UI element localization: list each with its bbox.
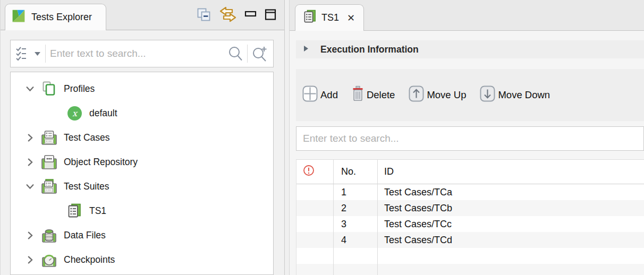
table-row-empty xyxy=(296,248,644,264)
row-id-cell: Test Cases/TCd xyxy=(378,232,644,248)
move-up-button[interactable]: Move Up xyxy=(409,85,466,105)
katalon-logo-icon xyxy=(12,9,26,25)
arrow-up-icon xyxy=(409,85,424,105)
row-warning-cell xyxy=(296,232,334,248)
tree-item-label: Checkpoints xyxy=(64,254,115,265)
test-suite-file-icon xyxy=(304,10,316,26)
left-panel-body: Profiles x default xyxy=(1,30,284,275)
row-no-cell: 2 xyxy=(334,200,378,216)
row-warning-cell xyxy=(296,200,334,216)
divider xyxy=(247,45,248,63)
trash-icon xyxy=(352,85,364,105)
tree-item-profiles[interactable]: Profiles xyxy=(11,76,273,101)
search-icon[interactable] xyxy=(228,46,243,62)
tests-explorer-panel: Tests Explorer xyxy=(0,0,284,275)
row-no-cell: 3 xyxy=(334,216,378,232)
tab-ts1[interactable]: TS1 ✕ xyxy=(295,4,364,31)
table-row-empty xyxy=(296,264,644,275)
tree-item-ts1[interactable]: TS1 xyxy=(11,199,273,223)
add-button[interactable]: Add xyxy=(302,85,338,105)
advanced-search-icon[interactable] xyxy=(252,46,268,62)
tree-item-test-cases[interactable]: Test Cases xyxy=(11,125,273,150)
tree-item-data-files[interactable]: Data Files xyxy=(11,223,273,247)
chevron-right-icon[interactable] xyxy=(24,231,35,240)
row-id-cell: Test Cases/TCc xyxy=(378,216,644,232)
filter-checklist-icon[interactable] xyxy=(15,46,30,62)
test-suite-editor-panel: TS1 ✕ Execution Information xyxy=(290,0,644,275)
delete-button[interactable]: Delete xyxy=(352,85,395,105)
row-warning-cell xyxy=(296,216,334,232)
chevron-down-icon[interactable] xyxy=(24,84,35,93)
row-warning-cell xyxy=(296,184,334,200)
object-repository-icon xyxy=(40,154,57,170)
chevron-right-icon[interactable] xyxy=(24,158,35,167)
tree-item-object-repository[interactable]: Object Repository xyxy=(11,150,273,174)
no-column-header: No. xyxy=(334,160,378,184)
move-down-button[interactable]: Move Down xyxy=(480,85,550,105)
link-with-editor-icon[interactable] xyxy=(218,6,238,23)
profile-default-icon: x xyxy=(66,106,83,121)
table-row[interactable]: 4 Test Cases/TCd xyxy=(296,232,644,248)
add-button-label: Add xyxy=(320,89,338,101)
id-column-header: ID xyxy=(378,160,644,184)
chevron-right-icon[interactable] xyxy=(303,45,309,54)
execution-information-section[interactable]: Execution Information xyxy=(296,40,644,58)
test-cases-icon xyxy=(40,130,57,145)
tree-item-label: Object Repository xyxy=(64,157,138,168)
tab-title: TS1 xyxy=(321,12,339,23)
checkpoints-icon xyxy=(40,252,57,268)
panel-title: Tests Explorer xyxy=(31,12,92,23)
tree-search-input[interactable] xyxy=(50,48,228,59)
test-case-search-bar xyxy=(296,126,644,151)
editor-tab-bar: TS1 ✕ xyxy=(290,0,644,31)
tests-explorer-tree: Profiles x default xyxy=(10,72,274,275)
section-title: Execution Information xyxy=(320,44,419,55)
warning-column-header xyxy=(296,160,334,184)
left-panel-toolbar xyxy=(197,6,284,30)
close-icon[interactable]: ✕ xyxy=(347,13,355,23)
row-id-cell: Test Cases/TCb xyxy=(378,200,644,216)
test-suite-editor-body: Execution Information Add xyxy=(290,31,644,275)
move-down-button-label: Move Down xyxy=(498,89,550,101)
tree-item-label: TS1 xyxy=(89,205,106,217)
maximize-icon[interactable] xyxy=(264,8,277,21)
row-id-cell: Test Cases/TCa xyxy=(378,184,644,200)
add-icon xyxy=(302,85,318,105)
move-up-button-label: Move Up xyxy=(427,89,466,101)
tree-search-bar xyxy=(10,40,274,67)
test-case-toolbar: Add Delete xyxy=(296,69,644,121)
panel-resize-handle[interactable] xyxy=(284,0,290,275)
chevron-right-icon[interactable] xyxy=(24,133,35,142)
tree-item-test-suites[interactable]: Test Suites xyxy=(11,174,273,199)
test-suites-icon xyxy=(40,179,57,194)
left-tab-bar: Tests Explorer xyxy=(1,0,284,30)
tree-item-label: default xyxy=(89,108,117,119)
tree-item-label: Profiles xyxy=(64,83,95,94)
tree-item-label: Data Files xyxy=(64,230,106,241)
profiles-icon xyxy=(40,81,57,96)
tree-item-checkpoints[interactable]: Checkpoints xyxy=(11,247,273,272)
data-files-icon xyxy=(40,228,57,243)
row-no-cell: 4 xyxy=(334,232,378,248)
table-row[interactable]: 1 Test Cases/TCa xyxy=(296,184,644,200)
tab-tests-explorer[interactable]: Tests Explorer xyxy=(5,4,106,30)
tree-item-default-profile[interactable]: x default xyxy=(11,101,273,125)
test-suite-file-icon xyxy=(66,203,83,218)
chevron-right-icon[interactable] xyxy=(24,255,35,264)
test-case-search-input[interactable] xyxy=(303,133,637,144)
divider xyxy=(45,45,46,63)
chevron-down-icon[interactable] xyxy=(34,51,41,56)
row-no-cell: 1 xyxy=(334,184,378,200)
tree-item-label: Test Suites xyxy=(64,181,109,192)
table-row[interactable]: 2 Test Cases/TCb xyxy=(296,200,644,216)
arrow-down-icon xyxy=(480,85,495,105)
minimize-icon[interactable] xyxy=(244,8,257,21)
collapse-all-icon[interactable] xyxy=(197,8,211,22)
test-case-table: No. ID 1 Test Cases/TCa 2 Test Cases/TCb… xyxy=(296,159,644,275)
warning-icon xyxy=(303,165,315,179)
table-header: No. ID xyxy=(296,160,644,184)
chevron-down-icon[interactable] xyxy=(24,182,35,191)
tree-item-label: Test Cases xyxy=(64,132,110,143)
delete-button-label: Delete xyxy=(367,89,395,101)
table-row[interactable]: 3 Test Cases/TCc xyxy=(296,216,644,232)
